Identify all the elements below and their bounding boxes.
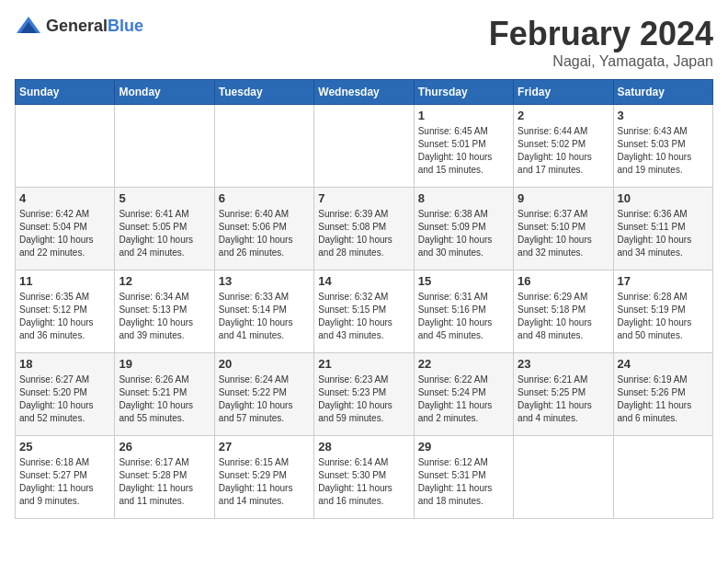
day-number: 20: [219, 357, 310, 371]
calendar-cell: 8Sunrise: 6:38 AM Sunset: 5:09 PM Daylig…: [414, 188, 513, 270]
day-number: 16: [518, 274, 609, 288]
calendar-cell: 21Sunrise: 6:23 AM Sunset: 5:23 PM Dayli…: [314, 353, 414, 436]
weekday-header-tuesday: Tuesday: [214, 80, 313, 105]
day-number: 22: [418, 357, 509, 371]
day-info: Sunrise: 6:31 AM Sunset: 5:16 PM Dayligh…: [418, 291, 509, 342]
calendar-cell: [514, 436, 613, 519]
day-number: 13: [219, 274, 310, 288]
calendar-week-4: 18Sunrise: 6:27 AM Sunset: 5:20 PM Dayli…: [16, 353, 713, 436]
day-info: Sunrise: 6:43 AM Sunset: 5:03 PM Dayligh…: [618, 125, 709, 177]
calendar-cell: 11Sunrise: 6:35 AM Sunset: 5:12 PM Dayli…: [16, 270, 115, 353]
day-number: 25: [19, 440, 110, 454]
calendar-cell: 5Sunrise: 6:41 AM Sunset: 5:05 PM Daylig…: [115, 188, 214, 270]
day-number: 6: [219, 191, 310, 205]
day-info: Sunrise: 6:27 AM Sunset: 5:20 PM Dayligh…: [19, 373, 110, 425]
calendar-cell: 14Sunrise: 6:32 AM Sunset: 5:15 PM Dayli…: [314, 270, 414, 353]
day-number: 26: [119, 440, 210, 454]
calendar-cell: 28Sunrise: 6:14 AM Sunset: 5:30 PM Dayli…: [314, 436, 414, 519]
day-number: 9: [518, 191, 609, 205]
weekday-header-friday: Friday: [514, 80, 613, 105]
weekday-header-monday: Monday: [115, 80, 214, 105]
weekday-row: SundayMondayTuesdayWednesdayThursdayFrid…: [16, 80, 713, 105]
day-number: 4: [19, 191, 110, 205]
day-number: 11: [19, 274, 110, 288]
calendar-week-5: 25Sunrise: 6:18 AM Sunset: 5:27 PM Dayli…: [16, 436, 713, 519]
calendar-cell: 27Sunrise: 6:15 AM Sunset: 5:29 PM Dayli…: [214, 436, 313, 519]
calendar-cell: 18Sunrise: 6:27 AM Sunset: 5:20 PM Dayli…: [16, 353, 115, 436]
day-number: 2: [518, 109, 609, 122]
calendar-cell: 23Sunrise: 6:21 AM Sunset: 5:25 PM Dayli…: [514, 353, 613, 436]
day-number: 12: [119, 274, 210, 288]
calendar-week-3: 11Sunrise: 6:35 AM Sunset: 5:12 PM Dayli…: [16, 270, 713, 353]
day-info: Sunrise: 6:40 AM Sunset: 5:06 PM Dayligh…: [219, 208, 310, 259]
day-info: Sunrise: 6:33 AM Sunset: 5:14 PM Dayligh…: [219, 291, 310, 342]
day-info: Sunrise: 6:45 AM Sunset: 5:01 PM Dayligh…: [418, 125, 509, 177]
calendar-cell: [16, 105, 115, 188]
day-number: 3: [618, 109, 709, 122]
weekday-header-sunday: Sunday: [16, 80, 115, 105]
day-info: Sunrise: 6:32 AM Sunset: 5:15 PM Dayligh…: [318, 291, 409, 342]
calendar-cell: 4Sunrise: 6:42 AM Sunset: 5:04 PM Daylig…: [16, 188, 115, 270]
calendar-cell: 12Sunrise: 6:34 AM Sunset: 5:13 PM Dayli…: [115, 270, 214, 353]
day-info: Sunrise: 6:34 AM Sunset: 5:13 PM Dayligh…: [119, 291, 210, 342]
calendar-cell: 19Sunrise: 6:26 AM Sunset: 5:21 PM Dayli…: [115, 353, 214, 436]
day-info: Sunrise: 6:29 AM Sunset: 5:18 PM Dayligh…: [518, 291, 609, 342]
calendar-week-2: 4Sunrise: 6:42 AM Sunset: 5:04 PM Daylig…: [16, 188, 713, 270]
day-number: 14: [318, 274, 409, 288]
logo-icon: [15, 15, 42, 37]
day-info: Sunrise: 6:36 AM Sunset: 5:11 PM Dayligh…: [618, 208, 709, 259]
day-info: Sunrise: 6:44 AM Sunset: 5:02 PM Dayligh…: [518, 125, 609, 177]
day-number: 29: [418, 440, 509, 454]
calendar-cell: [314, 105, 414, 188]
calendar-cell: 6Sunrise: 6:40 AM Sunset: 5:06 PM Daylig…: [214, 188, 313, 270]
calendar-cell: 10Sunrise: 6:36 AM Sunset: 5:11 PM Dayli…: [613, 188, 712, 270]
day-info: Sunrise: 6:38 AM Sunset: 5:09 PM Dayligh…: [418, 208, 509, 259]
calendar-cell: 17Sunrise: 6:28 AM Sunset: 5:19 PM Dayli…: [613, 270, 712, 353]
day-info: Sunrise: 6:24 AM Sunset: 5:22 PM Dayligh…: [219, 373, 310, 425]
day-info: Sunrise: 6:14 AM Sunset: 5:30 PM Dayligh…: [318, 456, 409, 508]
day-info: Sunrise: 6:39 AM Sunset: 5:08 PM Dayligh…: [318, 208, 409, 259]
calendar-cell: 26Sunrise: 6:17 AM Sunset: 5:28 PM Dayli…: [115, 436, 214, 519]
day-number: 1: [418, 109, 509, 122]
logo-blue: Blue: [108, 17, 143, 35]
sub-title: Nagai, Yamagata, Japan: [489, 53, 713, 70]
day-info: Sunrise: 6:26 AM Sunset: 5:21 PM Dayligh…: [119, 373, 210, 425]
day-number: 5: [119, 191, 210, 205]
day-info: Sunrise: 6:17 AM Sunset: 5:28 PM Dayligh…: [119, 456, 210, 508]
day-info: Sunrise: 6:23 AM Sunset: 5:23 PM Dayligh…: [318, 373, 409, 425]
calendar-cell: 3Sunrise: 6:43 AM Sunset: 5:03 PM Daylig…: [613, 105, 712, 188]
calendar-cell: 13Sunrise: 6:33 AM Sunset: 5:14 PM Dayli…: [214, 270, 313, 353]
day-number: 15: [418, 274, 509, 288]
calendar-table: SundayMondayTuesdayWednesdayThursdayFrid…: [15, 79, 713, 519]
day-info: Sunrise: 6:18 AM Sunset: 5:27 PM Dayligh…: [19, 456, 110, 508]
day-info: Sunrise: 6:35 AM Sunset: 5:12 PM Dayligh…: [19, 291, 110, 342]
calendar-cell: 16Sunrise: 6:29 AM Sunset: 5:18 PM Dayli…: [514, 270, 613, 353]
day-info: Sunrise: 6:22 AM Sunset: 5:24 PM Dayligh…: [418, 373, 509, 425]
calendar-cell: [613, 436, 712, 519]
day-info: Sunrise: 6:37 AM Sunset: 5:10 PM Dayligh…: [518, 208, 609, 259]
day-info: Sunrise: 6:42 AM Sunset: 5:04 PM Dayligh…: [19, 208, 110, 259]
calendar-header: SundayMondayTuesdayWednesdayThursdayFrid…: [16, 80, 713, 105]
calendar-cell: 29Sunrise: 6:12 AM Sunset: 5:31 PM Dayli…: [414, 436, 513, 519]
day-number: 10: [618, 191, 709, 205]
calendar-cell: 25Sunrise: 6:18 AM Sunset: 5:27 PM Dayli…: [16, 436, 115, 519]
calendar-body: 1Sunrise: 6:45 AM Sunset: 5:01 PM Daylig…: [16, 105, 713, 519]
calendar-cell: 24Sunrise: 6:19 AM Sunset: 5:26 PM Dayli…: [613, 353, 712, 436]
calendar-cell: 1Sunrise: 6:45 AM Sunset: 5:01 PM Daylig…: [414, 105, 513, 188]
calendar-cell: 7Sunrise: 6:39 AM Sunset: 5:08 PM Daylig…: [314, 188, 414, 270]
day-number: 28: [318, 440, 409, 454]
day-number: 18: [19, 357, 110, 371]
calendar-week-1: 1Sunrise: 6:45 AM Sunset: 5:01 PM Daylig…: [16, 105, 713, 188]
day-number: 21: [318, 357, 409, 371]
main-title: February 2024: [489, 15, 713, 53]
day-info: Sunrise: 6:28 AM Sunset: 5:19 PM Dayligh…: [618, 291, 709, 342]
calendar-cell: 2Sunrise: 6:44 AM Sunset: 5:02 PM Daylig…: [514, 105, 613, 188]
day-info: Sunrise: 6:19 AM Sunset: 5:26 PM Dayligh…: [618, 373, 709, 425]
weekday-header-saturday: Saturday: [613, 80, 712, 105]
logo-text: GeneralBlue: [46, 17, 143, 36]
logo-general: General: [46, 17, 108, 35]
calendar-cell: [214, 105, 313, 188]
day-number: 23: [518, 357, 609, 371]
day-info: Sunrise: 6:41 AM Sunset: 5:05 PM Dayligh…: [119, 208, 210, 259]
day-number: 24: [618, 357, 709, 371]
